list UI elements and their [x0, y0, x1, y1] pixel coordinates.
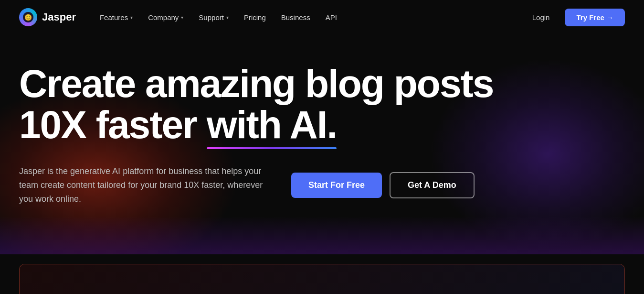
hero-title-underline: with AI.	[207, 104, 337, 145]
hero-title: Create amazing blog posts 10X faster wit…	[19, 63, 544, 145]
logo-face: 😊	[24, 14, 32, 21]
try-free-button[interactable]: Try Free →	[565, 9, 625, 26]
nav-right: Login Try Free →	[525, 9, 625, 26]
hero-section: Create amazing blog posts 10X faster wit…	[0, 34, 644, 254]
logo-link[interactable]: 😊 Jasper	[19, 8, 76, 26]
nav-features[interactable]: Features ▾	[93, 10, 139, 25]
chevron-down-icon: ▾	[130, 15, 133, 20]
chevron-down-icon: ▾	[181, 15, 183, 20]
demo-window	[19, 264, 625, 294]
brand-name: Jasper	[42, 11, 76, 23]
chevron-down-icon: ▾	[226, 15, 229, 20]
login-button[interactable]: Login	[525, 10, 558, 25]
nav-support[interactable]: Support ▾	[192, 10, 235, 25]
hero-buttons: Start For Free Get A Demo	[291, 172, 475, 198]
glow-bottom	[0, 216, 644, 254]
get-a-demo-button[interactable]: Get A Demo	[390, 172, 475, 198]
demo-section	[0, 264, 644, 294]
logo-icon: 😊	[19, 8, 37, 26]
start-for-free-button[interactable]: Start For Free	[291, 173, 382, 198]
hero-bottom: Jasper is the generative AI platform for…	[19, 164, 544, 206]
demo-window-inner	[20, 264, 624, 294]
nav-api[interactable]: API	[319, 10, 344, 25]
navbar: 😊 Jasper Features ▾ Company ▾ Support ▾ …	[0, 0, 644, 34]
nav-company[interactable]: Company ▾	[141, 10, 190, 25]
hero-content: Create amazing blog posts 10X faster wit…	[19, 63, 544, 206]
nav-business[interactable]: Business	[274, 10, 317, 25]
nav-pricing[interactable]: Pricing	[237, 10, 273, 25]
nav-links: Features ▾ Company ▾ Support ▾ Pricing B…	[93, 10, 525, 25]
hero-description: Jasper is the generative AI platform for…	[19, 164, 267, 206]
